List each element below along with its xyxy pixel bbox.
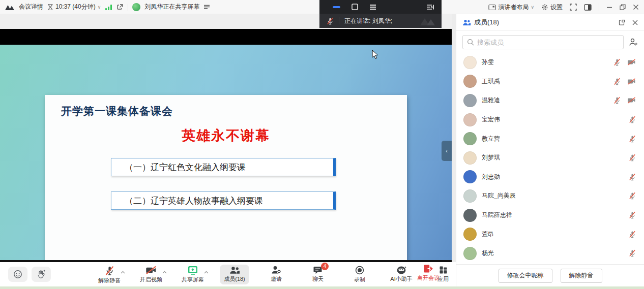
member-name: 刘梦琪 <box>482 153 629 162</box>
member-row[interactable]: 马院薛忠祥 <box>456 206 644 225</box>
toolbar-members[interactable]: 成员(18) <box>220 265 249 284</box>
members-panel-title: 成员(18) <box>474 18 499 27</box>
toolbar-record[interactable]: 录制 <box>345 265 374 284</box>
menu-bar-icon[interactable] <box>369 4 376 10</box>
chevron-up-icon[interactable] <box>204 268 209 275</box>
member-search-input[interactable] <box>477 39 619 46</box>
search-icon <box>467 39 474 46</box>
collapse-bar-icon[interactable] <box>426 4 434 10</box>
hourglass-icon <box>47 4 53 11</box>
member-name: 刘忠勋 <box>482 173 629 181</box>
open-external-icon[interactable] <box>116 4 124 11</box>
raise-hand-button[interactable] <box>32 267 51 282</box>
member-avatar <box>463 151 477 165</box>
shared-screen-area: 开学第一课集体备课会 英雄永不谢幕 （一）辽宁红色文化融入纲要课 （二）辽宁英雄… <box>0 14 452 262</box>
chevron-up-icon[interactable] <box>121 268 125 275</box>
presentation-slide: 开学第一课集体备课会 英雄永不谢幕 （一）辽宁红色文化融入纲要课 （二）辽宁英雄… <box>45 95 407 262</box>
speaker-muted-mic-icon <box>327 17 334 25</box>
layout-label: 演讲者布局 <box>498 3 529 12</box>
leave-icon <box>424 264 433 273</box>
mic-muted-icon <box>629 173 636 181</box>
mic-muted-icon <box>629 116 636 123</box>
toolbar-unmute[interactable]: 解除静音 <box>95 265 124 284</box>
add-member-button[interactable] <box>629 38 638 46</box>
toolbar-start-video[interactable]: 开启视频 <box>136 265 166 284</box>
toolbar-ai-assistant[interactable]: AI小助手 <box>387 265 416 284</box>
network-signal-icon[interactable] <box>105 4 112 10</box>
settings-button[interactable]: 设置 <box>541 3 563 12</box>
rename-button[interactable]: 修改会中昵称 <box>499 269 552 283</box>
member-name: 教立营 <box>482 135 629 143</box>
meeting-timer[interactable]: 10:37 (40分钟) ∨ <box>47 3 101 11</box>
apps-icon <box>439 266 448 274</box>
divider <box>339 17 339 24</box>
layout-selector[interactable]: 演讲者布局 ∨ <box>488 3 534 12</box>
member-row[interactable]: 温雅迪 <box>456 91 644 110</box>
member-row[interactable]: 孙雯 <box>456 53 644 72</box>
meeting-details-button[interactable]: 会议详情 <box>19 3 43 11</box>
toolbar-share-screen[interactable]: 共享屏幕 <box>178 265 208 284</box>
member-name: 王琪禹 <box>482 77 613 86</box>
camera-off-icon <box>627 59 636 66</box>
slide-subtitle: 英雄永不谢幕 <box>45 126 407 145</box>
reactions-button[interactable] <box>8 267 27 282</box>
panel-collapse-handle[interactable]: ‹ <box>442 141 452 161</box>
letterbox-top <box>0 29 452 45</box>
member-avatar <box>463 113 477 126</box>
toolbar-label: 邀请 <box>271 275 282 283</box>
meeting-time-label: 10:37 (40分钟) <box>55 3 96 11</box>
sharing-options-icon[interactable] <box>203 4 210 10</box>
floating-control-bar: 正在讲话: 刘凤华; <box>319 0 442 28</box>
member-row[interactable]: 马院_尚美辰 <box>456 186 644 206</box>
member-avatar <box>463 247 477 260</box>
member-name: 马院_尚美辰 <box>482 191 629 200</box>
member-row[interactable]: 宝宏伟 <box>456 110 644 130</box>
smiley-icon <box>13 270 22 279</box>
minimize-button[interactable] <box>606 4 612 10</box>
member-name: 萱昂 <box>482 230 629 239</box>
meeting-details-label: 会议详情 <box>19 3 43 11</box>
member-search-box[interactable] <box>462 35 624 49</box>
member-name: 马院薛忠祥 <box>482 211 629 219</box>
toolbar-label: 聊天 <box>312 275 324 283</box>
gear-icon <box>541 4 548 11</box>
slide-item-2: （二）辽宁英雄人物故事融入纲要课 <box>111 191 336 210</box>
toolbar-label: 录制 <box>354 276 365 283</box>
restore-button[interactable] <box>620 4 626 10</box>
chat-unread-badge: 4 <box>321 263 329 270</box>
shared-desktop: 开学第一课集体备课会 英雄永不谢幕 （一）辽宁红色文化融入纲要课 （二）辽宁英雄… <box>0 45 452 260</box>
chevron-up-icon[interactable] <box>162 268 167 275</box>
chevron-down-icon: ∨ <box>98 5 101 10</box>
member-list[interactable]: 孙雯 王琪禹 温雅迪 宝宏伟 <box>456 53 644 264</box>
members-icon <box>462 19 471 26</box>
close-button[interactable] <box>633 4 639 10</box>
layout-icon <box>488 4 496 11</box>
toolbar-invite[interactable]: 邀请 <box>261 265 291 284</box>
fullscreen-button[interactable] <box>570 4 577 11</box>
meeting-toolbar: 解除静音 开启视频 共享屏幕 成员(18) 邀请 聊天 4 录制 <box>0 262 456 286</box>
member-row[interactable]: 萱昂 <box>456 224 644 244</box>
invite-icon <box>271 266 281 274</box>
divider <box>128 4 128 11</box>
unmute-all-button[interactable]: 解除静音 <box>561 269 602 283</box>
member-row[interactable]: 教立营 <box>456 129 644 148</box>
slide-item-1: （一）辽宁红色文化融入纲要课 <box>111 158 336 176</box>
member-avatar <box>463 228 477 241</box>
popout-panel-icon[interactable] <box>619 19 625 26</box>
close-panel-icon[interactable] <box>632 20 638 25</box>
toolbar-label: 开启视频 <box>140 276 162 283</box>
minimize-bar-icon[interactable] <box>333 6 340 8</box>
member-row[interactable]: 刘忠勋 <box>456 168 644 187</box>
member-row[interactable]: 王琪禹 <box>456 72 644 91</box>
member-row[interactable]: 杨光 <box>456 244 644 263</box>
screen-share-icon <box>188 266 198 275</box>
member-avatar <box>463 94 477 107</box>
side-panel-toggle-icon[interactable] <box>584 4 592 11</box>
member-name: 温雅迪 <box>482 96 613 105</box>
toolbar-label: AI小助手 <box>390 275 412 283</box>
toolbar-chat[interactable]: 聊天 4 <box>303 265 333 284</box>
maximize-bar-icon[interactable] <box>352 4 358 10</box>
mic-muted-icon <box>629 135 636 143</box>
member-row[interactable]: 刘梦琪 <box>456 148 644 168</box>
leave-meeting-button[interactable]: 离开会议 <box>417 264 440 282</box>
